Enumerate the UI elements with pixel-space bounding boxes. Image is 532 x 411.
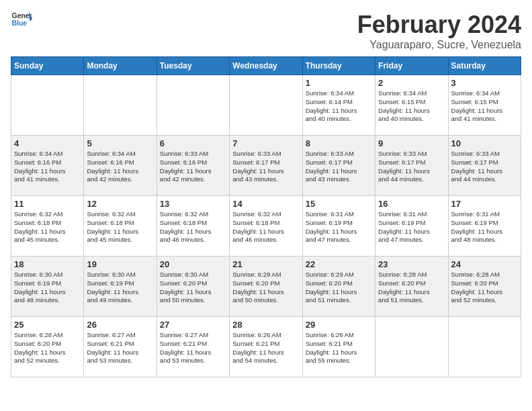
- day-info: Sunrise: 6:31 AM Sunset: 6:19 PM Dayligh…: [378, 210, 445, 244]
- day-number: 1: [306, 78, 372, 88]
- day-info: Sunrise: 6:29 AM Sunset: 6:20 PM Dayligh…: [306, 271, 372, 305]
- day-info: Sunrise: 6:28 AM Sunset: 6:20 PM Dayligh…: [378, 271, 445, 305]
- calendar-cell: 18Sunrise: 6:30 AM Sunset: 6:19 PM Dayli…: [11, 257, 84, 317]
- day-info: Sunrise: 6:32 AM Sunset: 6:18 PM Dayligh…: [14, 210, 81, 244]
- calendar-cell: 24Sunrise: 6:28 AM Sunset: 6:20 PM Dayli…: [448, 257, 521, 317]
- day-info: Sunrise: 6:30 AM Sunset: 6:19 PM Dayligh…: [14, 271, 81, 305]
- day-number: 9: [378, 138, 445, 148]
- day-info: Sunrise: 6:33 AM Sunset: 6:17 PM Dayligh…: [306, 150, 372, 184]
- day-info: Sunrise: 6:32 AM Sunset: 6:18 PM Dayligh…: [232, 210, 299, 244]
- day-number: 22: [306, 259, 372, 269]
- calendar-cell: [375, 317, 448, 377]
- day-number: 25: [14, 320, 81, 330]
- calendar-cell: 8Sunrise: 6:33 AM Sunset: 6:17 PM Daylig…: [302, 136, 375, 196]
- day-number: 27: [160, 320, 226, 330]
- calendar-week-1: 1Sunrise: 6:34 AM Sunset: 6:14 PM Daylig…: [11, 75, 521, 136]
- calendar-week-2: 4Sunrise: 6:34 AM Sunset: 6:16 PM Daylig…: [11, 136, 521, 196]
- calendar-cell: 19Sunrise: 6:30 AM Sunset: 6:19 PM Dayli…: [84, 257, 157, 317]
- header-cell-wednesday: Wednesday: [230, 57, 302, 75]
- day-info: Sunrise: 6:27 AM Sunset: 6:21 PM Dayligh…: [160, 331, 226, 365]
- calendar-cell: 20Sunrise: 6:30 AM Sunset: 6:20 PM Dayli…: [157, 257, 229, 317]
- calendar-cell: 2Sunrise: 6:34 AM Sunset: 6:15 PM Daylig…: [375, 75, 448, 136]
- calendar-cell: 3Sunrise: 6:34 AM Sunset: 6:15 PM Daylig…: [448, 75, 521, 136]
- header-cell-thursday: Thursday: [302, 57, 375, 75]
- day-info: Sunrise: 6:33 AM Sunset: 6:16 PM Dayligh…: [160, 150, 226, 184]
- calendar-cell: 5Sunrise: 6:34 AM Sunset: 6:16 PM Daylig…: [84, 136, 157, 196]
- day-number: 10: [451, 138, 518, 148]
- calendar-cell: 26Sunrise: 6:27 AM Sunset: 6:21 PM Dayli…: [84, 317, 157, 377]
- logo-icon: General Blue: [11, 11, 32, 30]
- day-info: Sunrise: 6:33 AM Sunset: 6:17 PM Dayligh…: [451, 150, 518, 184]
- calendar-cell: 4Sunrise: 6:34 AM Sunset: 6:16 PM Daylig…: [11, 136, 84, 196]
- calendar-cell: 1Sunrise: 6:34 AM Sunset: 6:14 PM Daylig…: [302, 75, 375, 136]
- calendar-cell: 21Sunrise: 6:29 AM Sunset: 6:20 PM Dayli…: [230, 257, 302, 317]
- calendar-cell: [448, 317, 521, 377]
- day-info: Sunrise: 6:28 AM Sunset: 6:20 PM Dayligh…: [14, 331, 81, 365]
- day-info: Sunrise: 6:34 AM Sunset: 6:16 PM Dayligh…: [14, 150, 81, 184]
- day-info: Sunrise: 6:31 AM Sunset: 6:19 PM Dayligh…: [451, 210, 518, 244]
- calendar-table: SundayMondayTuesdayWednesdayThursdayFrid…: [11, 56, 521, 377]
- day-number: 23: [378, 259, 445, 269]
- calendar-cell: 10Sunrise: 6:33 AM Sunset: 6:17 PM Dayli…: [448, 136, 521, 196]
- calendar-cell: 23Sunrise: 6:28 AM Sunset: 6:20 PM Dayli…: [375, 257, 448, 317]
- calendar-cell: 16Sunrise: 6:31 AM Sunset: 6:19 PM Dayli…: [375, 196, 448, 257]
- day-number: 16: [378, 199, 445, 209]
- calendar-cell: 14Sunrise: 6:32 AM Sunset: 6:18 PM Dayli…: [230, 196, 302, 257]
- day-number: 15: [306, 199, 372, 209]
- day-info: Sunrise: 6:26 AM Sunset: 6:21 PM Dayligh…: [232, 331, 299, 365]
- calendar-cell: 25Sunrise: 6:28 AM Sunset: 6:20 PM Dayli…: [11, 317, 84, 377]
- day-info: Sunrise: 6:34 AM Sunset: 6:15 PM Dayligh…: [378, 89, 445, 124]
- calendar-cell: [84, 75, 157, 136]
- header-cell-friday: Friday: [375, 57, 448, 75]
- header-cell-sunday: Sunday: [11, 57, 84, 75]
- day-info: Sunrise: 6:34 AM Sunset: 6:15 PM Dayligh…: [451, 89, 518, 124]
- calendar-cell: 15Sunrise: 6:31 AM Sunset: 6:19 PM Dayli…: [302, 196, 375, 257]
- day-number: 26: [87, 320, 153, 330]
- day-info: Sunrise: 6:31 AM Sunset: 6:19 PM Dayligh…: [306, 210, 372, 244]
- day-number: 19: [87, 259, 153, 269]
- header-cell-monday: Monday: [84, 57, 157, 75]
- day-number: 13: [160, 199, 226, 209]
- day-number: 2: [378, 78, 445, 88]
- day-info: Sunrise: 6:32 AM Sunset: 6:18 PM Dayligh…: [87, 210, 153, 244]
- header-cell-saturday: Saturday: [448, 57, 521, 75]
- day-number: 29: [306, 320, 372, 330]
- calendar-week-4: 18Sunrise: 6:30 AM Sunset: 6:19 PM Dayli…: [11, 257, 521, 317]
- calendar-cell: 7Sunrise: 6:33 AM Sunset: 6:17 PM Daylig…: [230, 136, 302, 196]
- day-number: 21: [232, 259, 299, 269]
- day-number: 8: [306, 138, 372, 148]
- day-info: Sunrise: 6:26 AM Sunset: 6:21 PM Dayligh…: [306, 331, 372, 365]
- day-number: 11: [14, 199, 81, 209]
- day-number: 18: [14, 259, 81, 269]
- calendar-cell: 27Sunrise: 6:27 AM Sunset: 6:21 PM Dayli…: [157, 317, 229, 377]
- day-info: Sunrise: 6:27 AM Sunset: 6:21 PM Dayligh…: [87, 331, 153, 365]
- calendar-cell: 6Sunrise: 6:33 AM Sunset: 6:16 PM Daylig…: [157, 136, 229, 196]
- day-info: Sunrise: 6:33 AM Sunset: 6:17 PM Dayligh…: [378, 150, 445, 184]
- calendar-week-5: 25Sunrise: 6:28 AM Sunset: 6:20 PM Dayli…: [11, 317, 521, 377]
- calendar-cell: 12Sunrise: 6:32 AM Sunset: 6:18 PM Dayli…: [84, 196, 157, 257]
- logo: General Blue: [11, 11, 32, 30]
- day-number: 7: [232, 138, 299, 148]
- day-info: Sunrise: 6:34 AM Sunset: 6:14 PM Dayligh…: [306, 89, 372, 124]
- day-number: 24: [451, 259, 518, 269]
- day-info: Sunrise: 6:32 AM Sunset: 6:18 PM Dayligh…: [160, 210, 226, 244]
- calendar-header-row: SundayMondayTuesdayWednesdayThursdayFrid…: [11, 57, 521, 75]
- day-info: Sunrise: 6:34 AM Sunset: 6:16 PM Dayligh…: [87, 150, 153, 184]
- day-number: 3: [451, 78, 518, 88]
- calendar-week-3: 11Sunrise: 6:32 AM Sunset: 6:18 PM Dayli…: [11, 196, 521, 257]
- page-title: February 2024: [357, 11, 521, 39]
- day-info: Sunrise: 6:33 AM Sunset: 6:17 PM Dayligh…: [232, 150, 299, 184]
- day-number: 17: [451, 199, 518, 209]
- title-area: February 2024 Yaguaraparo, Sucre, Venezu…: [357, 11, 521, 51]
- calendar-cell: [157, 75, 229, 136]
- calendar-cell: 28Sunrise: 6:26 AM Sunset: 6:21 PM Dayli…: [230, 317, 302, 377]
- day-number: 5: [87, 138, 153, 148]
- calendar-cell: 17Sunrise: 6:31 AM Sunset: 6:19 PM Dayli…: [448, 196, 521, 257]
- calendar-cell: 11Sunrise: 6:32 AM Sunset: 6:18 PM Dayli…: [11, 196, 84, 257]
- header-cell-tuesday: Tuesday: [157, 57, 229, 75]
- day-info: Sunrise: 6:30 AM Sunset: 6:19 PM Dayligh…: [87, 271, 153, 305]
- day-info: Sunrise: 6:28 AM Sunset: 6:20 PM Dayligh…: [451, 271, 518, 305]
- svg-text:Blue: Blue: [12, 19, 28, 27]
- day-number: 28: [232, 320, 299, 330]
- day-info: Sunrise: 6:29 AM Sunset: 6:20 PM Dayligh…: [232, 271, 299, 305]
